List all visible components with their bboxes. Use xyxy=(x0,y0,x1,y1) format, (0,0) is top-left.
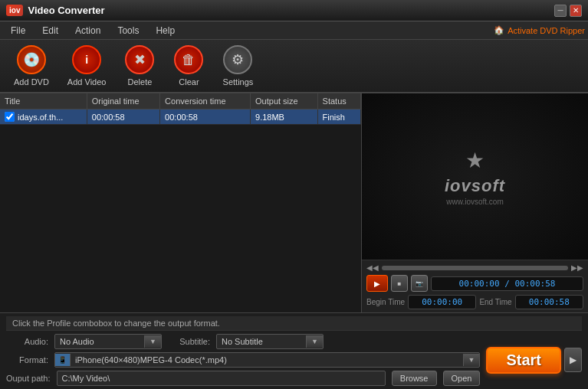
menu-tools[interactable]: Tools xyxy=(110,23,146,38)
file-table: Title Original time Conversion time Outp… xyxy=(0,93,361,125)
cell-output-size: 9.18MB xyxy=(251,110,318,125)
cell-original-time: 00:00:58 xyxy=(87,110,159,125)
col-title: Title xyxy=(0,93,87,110)
title-bar-left: iov Video Converter xyxy=(6,5,105,16)
subtitle-value: No Subtitle xyxy=(217,335,306,348)
status-bar: Click the Profile combobox to change the… xyxy=(6,316,582,331)
menu-edit[interactable]: Edit xyxy=(34,23,66,38)
end-time-input[interactable]: 00:00:58 xyxy=(515,295,583,309)
menu-help[interactable]: Help xyxy=(148,23,182,38)
seek-track[interactable] xyxy=(382,266,568,270)
settings-label: Settings xyxy=(223,77,254,87)
col-conversion-time: Conversion time xyxy=(160,93,251,110)
format-dropdown-icon[interactable]: ▼ xyxy=(463,354,480,366)
format-icon: 📱 xyxy=(55,354,71,366)
output-row: Ouput path: C:\My Video\ Browse Open xyxy=(6,371,480,386)
row-checkbox[interactable] xyxy=(5,112,15,122)
playback-bar: ◀◀ ▶▶ ▶ ■ 📷 00:00:00 / 00:00:58 Begin Ti… xyxy=(362,260,588,312)
menu-file[interactable]: File xyxy=(3,23,33,38)
begin-time-label: Begin Time xyxy=(366,298,405,306)
logo-text: iovsoft xyxy=(445,176,505,196)
bottom-main: Audio: No Audio ▼ Subtitle: No Subtitle … xyxy=(6,334,582,386)
logo-url: www.iovsoft.com xyxy=(446,198,503,206)
clear-icon: 🗑 xyxy=(174,45,203,74)
toolbar: 💿 Add DVD i Add Video ✖ Delete 🗑 Clear ⚙… xyxy=(0,40,588,93)
cell-title: idays.of.th... xyxy=(0,110,87,125)
cell-conversion-time: 00:00:58 xyxy=(160,110,251,125)
settings-icon: ⚙ xyxy=(223,45,252,74)
app-logo: iov xyxy=(6,5,23,16)
col-output-size: Output size xyxy=(251,93,318,110)
title-bar: iov Video Converter ─ ✕ xyxy=(0,0,588,21)
seek-forward-icon[interactable]: ▶▶ xyxy=(571,263,583,272)
menu-bar: File Edit Action Tools Help 🏠 Activate D… xyxy=(0,21,588,40)
clear-button[interactable]: 🗑 Clear xyxy=(166,42,212,90)
cell-status: Finish xyxy=(317,110,360,125)
add-dvd-icon: 💿 xyxy=(17,45,46,74)
end-time-label: End Time xyxy=(479,298,511,306)
start-button[interactable]: Start xyxy=(486,347,561,374)
delete-label: Delete xyxy=(128,77,153,87)
home-icon: 🏠 xyxy=(494,25,504,35)
seek-back-icon[interactable]: ◀◀ xyxy=(366,263,379,272)
audio-dropdown-icon[interactable]: ▼ xyxy=(144,335,161,348)
output-path[interactable]: C:\My Video\ xyxy=(57,371,386,386)
time-row: Begin Time 00:00:00 End Time 00:00:58 xyxy=(366,295,583,309)
add-video-label: Add Video xyxy=(67,77,107,87)
bottom-right: Start ▶ xyxy=(480,334,582,386)
output-label: Ouput path: xyxy=(6,374,51,383)
close-button[interactable]: ✕ xyxy=(570,5,582,17)
main-content: Title Original time Conversion time Outp… xyxy=(0,93,588,312)
format-row: Format: 📱 iPhone(640×480)MPEG-4 Codec(*.… xyxy=(6,352,480,368)
playback-btns: ▶ ■ 📷 00:00:00 / 00:00:58 xyxy=(366,275,583,292)
subtitle-dropdown-icon[interactable]: ▼ xyxy=(306,335,323,348)
add-dvd-button[interactable]: 💿 Add DVD xyxy=(6,42,57,90)
next-button[interactable]: ▶ xyxy=(564,348,582,372)
add-dvd-label: Add DVD xyxy=(14,77,49,87)
audio-value: No Audio xyxy=(55,335,144,348)
star-icon: ★ xyxy=(465,148,485,173)
activate-dvd-link[interactable]: 🏠 Activate DVD Ripper xyxy=(494,25,585,35)
seek-bar: ◀◀ ▶▶ xyxy=(366,263,583,272)
minimize-button[interactable]: ─ xyxy=(554,5,567,17)
title-bar-controls: ─ ✕ xyxy=(554,5,582,17)
video-preview: ★ iovsoft www.iovsoft.com xyxy=(362,93,588,260)
bottom-controls: Click the Profile combobox to change the… xyxy=(0,312,588,389)
browse-button[interactable]: Browse xyxy=(392,371,437,386)
bottom-left: Audio: No Audio ▼ Subtitle: No Subtitle … xyxy=(6,334,480,386)
audio-select[interactable]: No Audio ▼ xyxy=(54,334,162,349)
col-status: Status xyxy=(317,93,360,110)
add-video-icon: i xyxy=(72,45,101,74)
audio-label: Audio: xyxy=(6,337,48,346)
menu-items: File Edit Action Tools Help xyxy=(3,23,182,38)
stop-button[interactable]: ■ xyxy=(391,275,408,292)
audio-subtitle-row: Audio: No Audio ▼ Subtitle: No Subtitle … xyxy=(6,334,480,349)
format-label: Format: xyxy=(6,355,48,364)
format-select[interactable]: 📱 iPhone(640×480)MPEG-4 Codec(*.mp4) ▼ xyxy=(54,352,480,368)
subtitle-select[interactable]: No Subtitle ▼ xyxy=(216,334,324,349)
format-value: iPhone(640×480)MPEG-4 Codec(*.mp4) xyxy=(71,353,463,367)
add-video-button[interactable]: i Add Video xyxy=(60,42,114,90)
iovsoft-logo: ★ iovsoft www.iovsoft.com xyxy=(445,148,505,206)
open-button[interactable]: Open xyxy=(443,371,481,386)
screenshot-button[interactable]: 📷 xyxy=(411,275,428,292)
delete-icon: ✖ xyxy=(125,45,154,74)
subtitle-label: Subtitle: xyxy=(168,337,210,346)
clear-label: Clear xyxy=(179,77,199,87)
col-original-time: Original time xyxy=(87,93,159,110)
app-title: Video Converter xyxy=(28,5,104,16)
table-row[interactable]: idays.of.th... 00:00:58 00:00:58 9.18MB … xyxy=(0,110,361,125)
play-button[interactable]: ▶ xyxy=(366,275,388,292)
begin-time-input[interactable]: 00:00:00 xyxy=(408,295,476,309)
delete-button[interactable]: ✖ Delete xyxy=(117,42,163,90)
preview-area: ★ iovsoft www.iovsoft.com ◀◀ ▶▶ ▶ ■ 📷 00… xyxy=(362,93,588,312)
file-list-area: Title Original time Conversion time Outp… xyxy=(0,93,362,312)
menu-action[interactable]: Action xyxy=(67,23,108,38)
time-display: 00:00:00 / 00:00:58 xyxy=(431,276,583,291)
settings-button[interactable]: ⚙ Settings xyxy=(215,42,261,90)
